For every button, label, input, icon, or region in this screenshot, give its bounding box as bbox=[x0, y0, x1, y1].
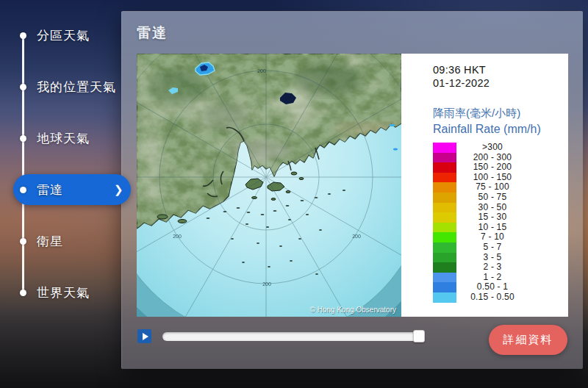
scale-row: 2 - 3 bbox=[433, 262, 568, 273]
svg-text:© Hong Kong Observatory: © Hong Kong Observatory bbox=[310, 306, 396, 314]
scale-swatch bbox=[433, 203, 456, 213]
scale-row: 150 - 200 bbox=[433, 162, 568, 173]
scale-label: 200 - 300 bbox=[456, 153, 528, 163]
scale-label: 1 - 2 bbox=[456, 273, 528, 283]
scale-row: 5 - 7 bbox=[433, 242, 568, 253]
scale-label: 2 - 3 bbox=[456, 262, 528, 273]
timeline-dot bbox=[20, 135, 26, 142]
scale-row: >300 bbox=[433, 143, 568, 153]
sidebar-item-label: 分區天氣 bbox=[37, 27, 90, 44]
scale-swatch bbox=[433, 193, 456, 203]
scale-row: 0.15 - 0.50 bbox=[433, 292, 568, 303]
scale-label: 10 - 15 bbox=[456, 223, 528, 233]
timeline-dot bbox=[20, 187, 26, 193]
sidebar-item-label: 世界天氣 bbox=[37, 284, 90, 301]
scale-row: 1 - 2 bbox=[433, 273, 568, 283]
timeline-dot bbox=[20, 238, 26, 245]
play-icon bbox=[143, 333, 148, 340]
scale-row: 30 - 50 bbox=[433, 203, 568, 213]
radar-map-image: 200 200 200 200 © Hong Kong Observator bbox=[137, 54, 401, 317]
sidebar-menu: 分區天氣我的位置天氣地球天氣雷達❯衛星世界天氣 bbox=[0, 0, 136, 388]
chevron-right-icon: ❯ bbox=[114, 183, 123, 196]
scale-label: 0.50 - 1 bbox=[456, 282, 528, 292]
scale-swatch bbox=[433, 242, 456, 253]
scale-swatch bbox=[433, 143, 456, 153]
play-button[interactable] bbox=[137, 329, 151, 343]
sidebar-item-label: 雷達 bbox=[37, 182, 63, 198]
scale-label: 3 - 5 bbox=[456, 253, 528, 263]
scale-label: 5 - 7 bbox=[456, 242, 528, 253]
scale-label: 50 - 75 bbox=[456, 193, 528, 203]
scale-swatch bbox=[433, 182, 456, 193]
timeline-dot bbox=[20, 32, 26, 39]
time-slider-track[interactable] bbox=[162, 332, 422, 341]
scale-label: >300 bbox=[456, 143, 528, 153]
scale-label: 100 - 150 bbox=[456, 173, 528, 183]
radar-panel: 雷達 bbox=[121, 11, 583, 369]
scale-row: 15 - 30 bbox=[433, 212, 568, 223]
map-copyright: © Hong Kong Observatory © Hong Kong Obse… bbox=[310, 306, 397, 315]
svg-text:200: 200 bbox=[173, 234, 182, 239]
radar-timestamp: 09:36 HKT 01-12-2022 bbox=[433, 63, 568, 90]
sidebar-item-label: 地球天氣 bbox=[37, 130, 90, 147]
radar-date: 01-12-2022 bbox=[433, 76, 568, 90]
timeline-dot bbox=[20, 290, 26, 296]
radar-time: 09:36 HKT bbox=[433, 63, 568, 76]
timeline-line bbox=[22, 35, 24, 292]
svg-text:200: 200 bbox=[352, 234, 361, 239]
scale-label: 150 - 200 bbox=[456, 162, 528, 173]
scale-swatch bbox=[433, 212, 456, 223]
scale-swatch bbox=[433, 282, 456, 292]
svg-text:200: 200 bbox=[257, 68, 266, 73]
scale-row: 75 - 100 bbox=[433, 182, 568, 193]
sidebar-item-label: 衛星 bbox=[37, 233, 63, 250]
scale-label: 75 - 100 bbox=[456, 182, 528, 193]
scale-swatch bbox=[433, 262, 456, 273]
selected-item-pill bbox=[13, 174, 131, 205]
scale-label: 15 - 30 bbox=[456, 212, 528, 223]
scale-label: 0.15 - 0.50 bbox=[456, 292, 528, 303]
scale-row: 50 - 75 bbox=[433, 193, 568, 203]
scale-row: 3 - 5 bbox=[433, 253, 568, 263]
scale-row: 7 - 10 bbox=[433, 232, 568, 242]
sidebar-item-label: 我的位置天氣 bbox=[37, 79, 116, 96]
scale-swatch bbox=[433, 173, 456, 183]
rainfall-rate-label-zh: 降雨率(毫米/小時) bbox=[433, 107, 568, 121]
scale-row: 0.50 - 1 bbox=[433, 282, 568, 292]
scale-label: 30 - 50 bbox=[456, 203, 528, 213]
radar-viewer: 200 200 200 200 © Hong Kong Observator bbox=[137, 54, 568, 317]
scale-label: 7 - 10 bbox=[456, 232, 528, 242]
scale-swatch bbox=[433, 162, 456, 173]
scale-swatch bbox=[433, 253, 456, 263]
scale-row: 200 - 300 bbox=[433, 153, 568, 163]
scale-swatch bbox=[433, 232, 456, 242]
scale-swatch bbox=[433, 292, 456, 303]
radar-legend: 09:36 HKT 01-12-2022 降雨率(毫米/小時) Rainfall… bbox=[401, 54, 568, 317]
time-slider-thumb[interactable] bbox=[413, 330, 425, 342]
rainfall-rate-label-en: Rainfall Rate (mm/h) bbox=[433, 123, 568, 136]
scale-swatch bbox=[433, 153, 456, 163]
details-button[interactable]: 詳細資料 bbox=[489, 325, 567, 355]
scale-swatch bbox=[433, 223, 456, 233]
page-title: 雷達 bbox=[137, 24, 168, 43]
scale-row: 100 - 150 bbox=[433, 173, 568, 183]
scale-row: 10 - 15 bbox=[433, 223, 568, 233]
svg-text:200: 200 bbox=[262, 281, 271, 287]
timeline-dot bbox=[20, 84, 26, 90]
scale-swatch bbox=[433, 273, 456, 283]
rainfall-scale: >300200 - 300150 - 200100 - 15075 - 1005… bbox=[433, 143, 568, 303]
